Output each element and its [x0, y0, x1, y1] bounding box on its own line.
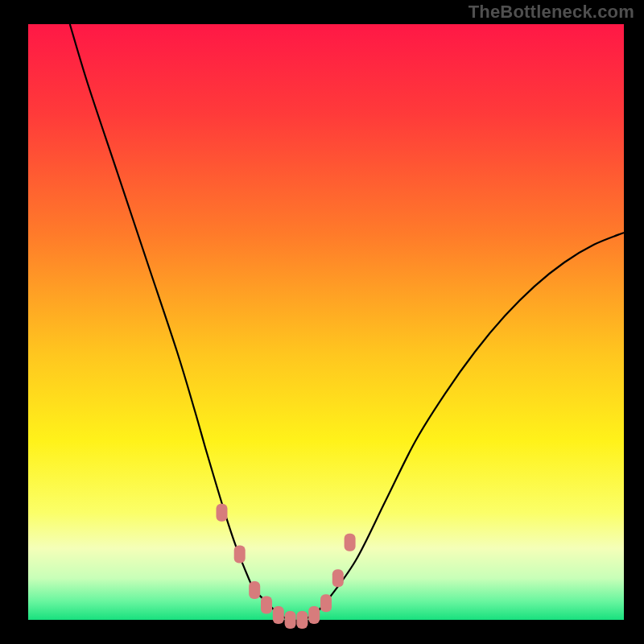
curve-marker: [273, 606, 284, 624]
chart-frame: TheBottleneck.com: [0, 0, 644, 644]
bottleneck-plot: [0, 0, 644, 644]
curve-marker: [345, 534, 356, 551]
curve-marker: [249, 581, 260, 599]
curve-marker: [217, 504, 228, 522]
curve-marker: [234, 546, 246, 564]
curve-marker: [285, 611, 296, 629]
curve-marker: [332, 569, 344, 587]
curve-marker: [320, 594, 332, 612]
curve-marker: [261, 597, 272, 614]
curve-marker: [296, 611, 308, 629]
plot-background: [28, 24, 624, 620]
curve-marker: [308, 606, 320, 624]
